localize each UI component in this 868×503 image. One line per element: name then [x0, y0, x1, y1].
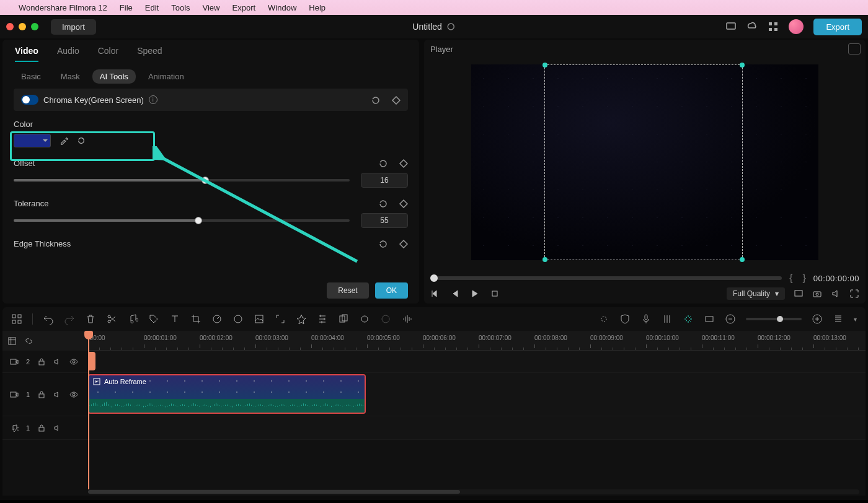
menubar-window[interactable]: Window: [268, 3, 296, 12]
lock-icon[interactable]: [37, 390, 46, 399]
zoom-out-icon[interactable]: [725, 313, 736, 325]
close-window-icon[interactable]: [6, 23, 14, 30]
handle-br[interactable]: [740, 257, 745, 262]
link-icon[interactable]: [24, 336, 33, 346]
play-backward-icon[interactable]: [450, 289, 460, 299]
track-options-chevron-icon[interactable]: ▾: [854, 316, 857, 323]
visibility-icon[interactable]: [69, 357, 78, 366]
reset-icon[interactable]: [371, 95, 380, 105]
info-icon[interactable]: i: [149, 95, 157, 104]
lock-icon[interactable]: [37, 424, 46, 432]
export-button[interactable]: Export: [813, 19, 862, 35]
offset-reset-icon[interactable]: [378, 159, 388, 168]
shield-icon[interactable]: [619, 313, 631, 325]
ok-button[interactable]: OK: [375, 282, 408, 299]
offset-slider[interactable]: [14, 179, 350, 182]
tolerance-value[interactable]: 55: [361, 213, 408, 228]
mixer-icon[interactable]: [662, 313, 673, 325]
grid-view-icon[interactable]: [11, 313, 22, 325]
selection-box[interactable]: [544, 64, 743, 260]
audio-levels-icon[interactable]: [401, 313, 412, 325]
scopes-button[interactable]: [848, 43, 861, 55]
timeline-zoom-slider[interactable]: [746, 318, 802, 320]
seek-bar[interactable]: [430, 276, 782, 280]
minimize-window-icon[interactable]: [19, 23, 26, 30]
menubar-edit[interactable]: Edit: [145, 3, 159, 12]
music-icon[interactable]: [127, 313, 138, 325]
snapshot-icon[interactable]: [812, 289, 822, 299]
fullscreen-icon[interactable]: [849, 289, 859, 299]
detach-player-icon[interactable]: [794, 289, 804, 299]
visibility-icon[interactable]: [69, 390, 78, 399]
player-viewport[interactable]: [430, 58, 859, 266]
menubar-export[interactable]: Export: [232, 3, 256, 12]
edge-reset-icon[interactable]: [378, 239, 388, 248]
display-icon[interactable]: [725, 21, 737, 32]
mark-in-icon[interactable]: {: [787, 273, 795, 284]
fullscreen-window-icon[interactable]: [31, 23, 38, 30]
menubar-help[interactable]: Help: [309, 3, 326, 12]
effects-icon[interactable]: [296, 313, 307, 325]
mic-icon[interactable]: [640, 313, 652, 325]
color-swatch-dropdown[interactable]: [14, 134, 51, 147]
track-height-icon[interactable]: [833, 313, 844, 325]
undo-icon[interactable]: [43, 313, 54, 325]
color-reset-icon[interactable]: [77, 136, 86, 145]
mute-track-icon[interactable]: [53, 424, 62, 432]
tag-icon[interactable]: [148, 313, 159, 325]
mark-out-icon[interactable]: }: [800, 273, 808, 284]
view-mode-icon[interactable]: [704, 313, 715, 325]
color-icon[interactable]: [232, 313, 244, 325]
timeline-ruler[interactable]: |00:0000:00:01:0000:00:02:0000:00:03:000…: [88, 331, 866, 351]
enhance-icon[interactable]: [683, 313, 694, 325]
mute-track-icon[interactable]: [53, 357, 62, 366]
tolerance-keyframe-icon[interactable]: [399, 199, 408, 208]
edge-keyframe-icon[interactable]: [399, 239, 408, 248]
tab-speed[interactable]: Speed: [137, 46, 162, 62]
eyedropper-icon[interactable]: [60, 136, 68, 145]
auto-icon[interactable]: [598, 313, 609, 325]
subtab-mask[interactable]: Mask: [53, 69, 87, 84]
tab-color[interactable]: Color: [98, 46, 118, 62]
subtab-ai-tools[interactable]: AI Tools: [92, 69, 136, 84]
render-icon[interactable]: [338, 313, 349, 325]
handle-tr[interactable]: [740, 63, 745, 68]
reset-button[interactable]: Reset: [327, 282, 368, 299]
subtab-animation[interactable]: Animation: [141, 69, 192, 84]
voice-icon[interactable]: [359, 313, 370, 325]
tolerance-reset-icon[interactable]: [378, 199, 388, 208]
zoom-in-icon[interactable]: [812, 313, 823, 325]
expand-icon[interactable]: [275, 313, 286, 325]
chroma-key-toggle[interactable]: [21, 95, 38, 105]
apps-grid-icon[interactable]: [768, 21, 779, 32]
stop-icon[interactable]: [490, 289, 500, 299]
playback-quality-dropdown[interactable]: Full Quality ▾: [727, 287, 785, 300]
menubar-tools[interactable]: Tools: [171, 3, 190, 12]
crop-icon[interactable]: [190, 313, 202, 325]
tracks-panel-icon[interactable]: [7, 336, 17, 346]
handle-tl[interactable]: [542, 63, 547, 68]
tolerance-slider[interactable]: [14, 219, 350, 222]
adjust-icon[interactable]: [317, 313, 328, 325]
tab-audio[interactable]: Audio: [57, 46, 79, 62]
handle-bl[interactable]: [542, 257, 547, 262]
split-icon[interactable]: [106, 313, 117, 325]
redo-icon[interactable]: [64, 313, 75, 325]
mute-track-icon[interactable]: [53, 390, 62, 399]
marker-icon[interactable]: [380, 313, 391, 325]
user-avatar[interactable]: [789, 19, 804, 34]
lock-icon[interactable]: [37, 357, 46, 366]
prev-frame-icon[interactable]: [430, 289, 440, 299]
menubar-view[interactable]: View: [203, 3, 220, 12]
keyframe-icon[interactable]: [391, 95, 401, 105]
video-clip[interactable]: Auto Reframe: [88, 374, 366, 414]
text-icon[interactable]: [169, 313, 180, 325]
play-icon[interactable]: [470, 289, 480, 299]
playhead[interactable]: [88, 331, 89, 489]
menubar-file[interactable]: File: [120, 3, 133, 12]
import-button[interactable]: Import: [51, 19, 96, 35]
cloud-download-icon[interactable]: [746, 21, 758, 32]
picture-icon[interactable]: [254, 313, 265, 325]
speed-icon[interactable]: [211, 313, 223, 325]
subtab-basic[interactable]: Basic: [14, 69, 48, 84]
